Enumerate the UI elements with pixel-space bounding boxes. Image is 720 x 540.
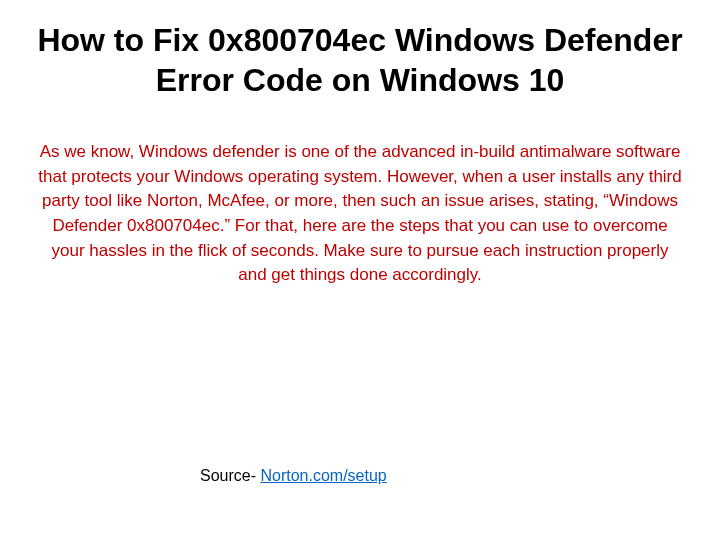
body-paragraph: As we know, Windows defender is one of t… (30, 140, 690, 288)
source-line: Source- Norton.com/setup (200, 467, 387, 485)
page-title: How to Fix 0x800704ec Windows Defender E… (30, 20, 690, 100)
source-label: Source- (200, 467, 260, 484)
source-link[interactable]: Norton.com/setup (260, 467, 386, 484)
